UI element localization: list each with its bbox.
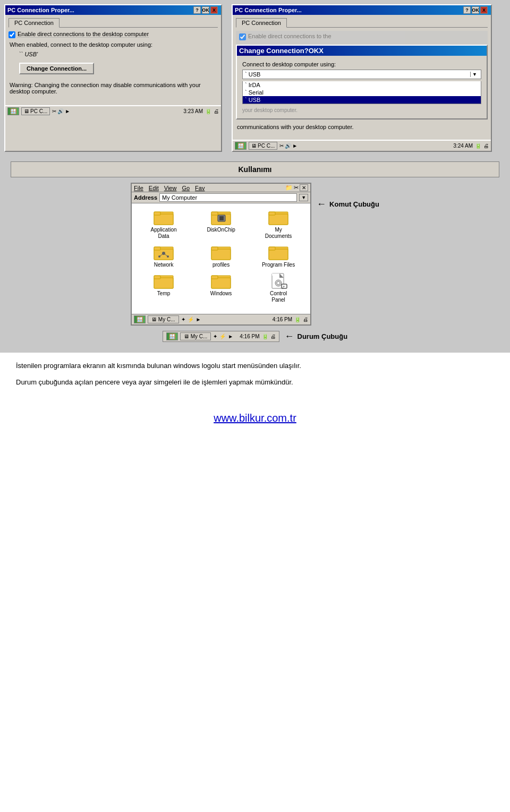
left-change-connection-button[interactable]: Change Connection... <box>19 63 94 74</box>
explorer-body: ApplicationData <box>132 203 310 309</box>
menu-file[interactable]: File <box>134 185 143 191</box>
durum-icon1: ✦ <box>213 334 217 339</box>
svg-rect-24 <box>269 247 275 250</box>
icon-temp[interactable]: Temp <box>137 272 190 303</box>
explorer-start-btn[interactable]: 🪟 <box>134 315 146 323</box>
left-start-button[interactable]: 🪟 <box>7 107 19 115</box>
para1: İstenilen programlara ekranın alt kısmın… <box>16 361 494 372</box>
website-section: www.bilkur.com.tr <box>0 401 510 435</box>
svg-rect-1 <box>154 214 173 225</box>
menu-go[interactable]: Go <box>182 185 190 191</box>
durum-taskbar-preview: 🪟 🖥 My C... ✦ ⚡ ► 4:16 PM 🔋 🖨 <box>163 331 279 342</box>
komut-label-row: ← Komut Çubuğu <box>317 199 379 210</box>
label-profiles: profiles <box>212 262 230 268</box>
label-application-data: ApplicationData <box>151 227 177 240</box>
explorer-address-bar: Address ▼ <box>132 192 310 203</box>
right-tab-pc-connection[interactable]: PC Connection <box>236 18 287 28</box>
svg-rect-10 <box>269 212 275 215</box>
enable-direct-connections-checkbox[interactable] <box>8 31 15 38</box>
change-help-btn[interactable]: ? <box>304 47 309 55</box>
connect-text: Connect to desktop computer using: <box>242 61 481 67</box>
right-taskbar-time: 3:24 AM <box>453 143 473 149</box>
left-info-text: When enabled, connect to the desktop com… <box>10 41 217 48</box>
label-diskonchip: DiskOnChip <box>207 227 235 233</box>
option-serial[interactable]: ` Serial <box>243 89 481 96</box>
right-checkbox[interactable] <box>239 33 246 40</box>
left-warning-text: Warning: Changing the connection may dis… <box>10 82 217 95</box>
menu-edit[interactable]: Edit <box>149 185 159 191</box>
left-tab-pc-connection[interactable]: PC Connection <box>8 18 60 28</box>
svg-rect-26 <box>154 278 173 288</box>
icon-network[interactable]: Network <box>137 244 190 268</box>
right-close-button[interactable]: X <box>480 6 488 14</box>
svg-rect-30 <box>211 276 218 279</box>
label-program-files: Program Files <box>262 262 295 268</box>
icon-diskonchip[interactable]: DiskOnChip <box>194 209 248 240</box>
menu-fav[interactable]: Fav <box>195 185 205 191</box>
right-ok-button[interactable]: OK <box>472 6 479 14</box>
svg-rect-32 <box>272 273 279 276</box>
website-link[interactable]: www.bilkur.com.tr <box>214 412 296 424</box>
right-icon2: 🔊 <box>285 143 291 149</box>
svg-rect-9 <box>269 214 288 225</box>
explorer-taskbar: 🪟 🖥 My C... ✦ ⚡ ► 4:16 PM 🔋 🖨 <box>132 314 310 324</box>
left-taskbar: 🪟 🖥 PC C... ✂ 🔊 ► 3:23 AM 🔋 🖨 <box>5 105 221 116</box>
change-ok-btn[interactable]: OK <box>309 47 319 55</box>
right-start-button[interactable]: 🪟 <box>235 142 246 150</box>
right-tab-bar: PC Connection <box>236 18 488 28</box>
left-checkbox-row: Enable direct connections to the desktop… <box>8 31 218 38</box>
svg-rect-21 <box>211 247 218 250</box>
right-help-button[interactable]: ? <box>463 6 471 14</box>
explorer-menubar: File Edit View Go Fav 📁 ✂ ✕ <box>132 184 310 192</box>
address-label: Address <box>134 194 157 201</box>
komut-arrow: ← <box>317 199 326 210</box>
toolbar-icon2[interactable]: ✂ <box>294 184 299 191</box>
right-taskbar-app[interactable]: 🖥 PC C... <box>249 142 277 150</box>
change-close-btn[interactable]: X <box>319 47 324 55</box>
left-icon1: ✂ <box>52 108 56 114</box>
control-panel-icon: ↗ <box>268 272 289 289</box>
option-irda[interactable]: ` IrDA <box>243 81 481 89</box>
durum-app-item: 🖥 My C... <box>180 332 211 340</box>
svg-rect-5 <box>211 212 218 215</box>
left-ok-button[interactable]: OK <box>202 6 209 14</box>
left-sync-icon: 🖨 <box>214 108 219 114</box>
right-pc-connection-dialog: PC Connection Proper... ? OK X PC Connec… <box>232 4 492 152</box>
dropdown-arrow-icon[interactable]: ▼ <box>470 72 479 77</box>
folder-icon-application-data <box>153 209 174 226</box>
left-conn-type: `` USB' <box>19 51 207 57</box>
icon-program-files[interactable]: Program Files <box>252 244 305 268</box>
left-taskbar-icons: ✂ 🔊 ► <box>52 108 70 114</box>
right-app-icon: 🖥 <box>251 143 257 149</box>
label-control-panel: ControlPanel <box>270 290 287 303</box>
label-temp: Temp <box>157 290 170 297</box>
left-taskbar-app[interactable]: 🖥 PC C... <box>21 107 50 115</box>
folder-icon-my-documents <box>268 209 289 226</box>
icon-application-data[interactable]: ApplicationData <box>137 209 190 240</box>
durum-label: Durum Çubuğu <box>298 332 348 340</box>
left-help-button[interactable]: ? <box>193 6 201 14</box>
svg-rect-13 <box>154 247 160 250</box>
icon-profiles[interactable]: profiles <box>194 244 248 268</box>
toolbar-icon1[interactable]: 📁 <box>285 184 293 191</box>
explorer-close-btn[interactable]: ✕ <box>300 184 308 191</box>
explorer-taskbar-app[interactable]: 🖥 My C... <box>148 315 178 323</box>
dropdown-selected: ` USB <box>245 71 260 78</box>
left-close-button[interactable]: X <box>210 6 218 14</box>
kullanum-section: Kullanımı File Edit View Go Fav 📁 ✂ ✕ <box>0 156 510 353</box>
durum-arrow: ← <box>285 331 294 342</box>
left-app-icon: 🖥 <box>24 108 29 114</box>
icon-my-documents[interactable]: MyDocuments <box>252 209 305 240</box>
address-dropdown[interactable]: ▼ <box>299 194 308 201</box>
right-battery-icon: 🔋 <box>475 143 481 149</box>
icon-control-panel[interactable]: ↗ ControlPanel <box>252 272 305 303</box>
address-input[interactable] <box>159 193 297 202</box>
durum-label-row: ← Durum Çubuğu <box>285 331 348 342</box>
folder-icon-diskonchip <box>210 209 232 226</box>
icon-windows[interactable]: Windows <box>194 272 248 303</box>
durum-icon2: ⚡ <box>219 334 226 339</box>
menu-view[interactable]: View <box>164 185 177 191</box>
connection-dropdown[interactable]: ` USB ▼ <box>242 70 481 79</box>
option-usb[interactable]: ` USB <box>243 96 481 104</box>
svg-rect-23 <box>269 249 288 260</box>
